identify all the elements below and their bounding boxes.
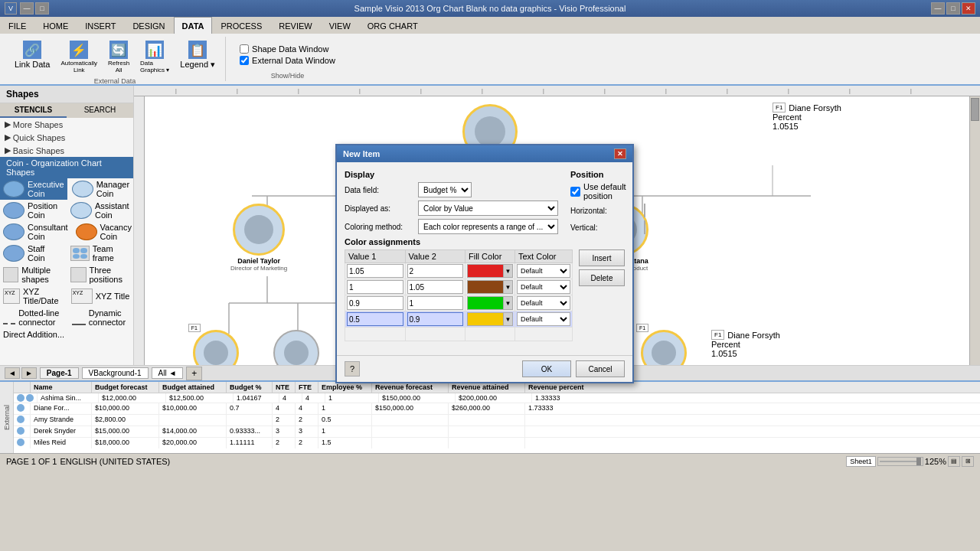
link-data-btn[interactable]: 🔗 Link Data <box>11 38 54 71</box>
help-button[interactable]: ? <box>345 361 360 377</box>
fill-color-row4[interactable]: ▼ <box>467 312 513 326</box>
multiple-shapes-icon <box>3 267 18 282</box>
tab-review[interactable]: REVIEW <box>270 17 320 34</box>
window-minimize-btn[interactable]: — <box>931 2 945 15</box>
displayed-as-select[interactable]: Color by Value <box>418 201 558 216</box>
sidebar-basic-shapes[interactable]: ▶ Basic Shapes <box>0 144 133 157</box>
legend-icon: 📋 <box>188 41 207 59</box>
cancel-button[interactable]: Cancel <box>576 360 625 377</box>
cell-ashima-budget-attained: $12,500.00 <box>166 393 234 403</box>
external-data-window-checkbox[interactable] <box>240 56 249 65</box>
sidebar-item-xyz-title[interactable]: XYZ XYZ Title <box>68 285 133 307</box>
view-btn-2[interactable]: ⊞ <box>962 456 974 467</box>
ribbon-group-show-hide: Shape Data Window External Data Window S… <box>234 37 341 81</box>
insert-button[interactable]: Insert <box>579 249 625 266</box>
scrollbar-vertical[interactable] <box>969 96 980 365</box>
sidebar-item-multiple-shapes[interactable]: Multiple shapes <box>0 264 66 285</box>
window-close-btn[interactable]: ✕ <box>962 2 975 15</box>
delete-button[interactable]: Delete <box>579 269 625 286</box>
tab-stencils[interactable]: STENCILS <box>0 103 67 118</box>
tab-insert[interactable]: INSERT <box>77 17 124 34</box>
refresh-btn[interactable]: 🔄 RefreshAll <box>104 38 133 76</box>
xyz-title-date-label: XYZ Title/Date <box>23 287 64 305</box>
val1-row2[interactable] <box>347 280 403 294</box>
page-tab-all[interactable]: All ◄ <box>152 367 184 379</box>
fill-color-row1[interactable]: ▼ <box>467 264 513 278</box>
legend-btn[interactable]: 📋 Legend ▾ <box>176 38 219 72</box>
col-header-fill-color: Fill Color <box>466 250 515 263</box>
use-default-position-checkbox[interactable] <box>570 187 580 197</box>
tab-design[interactable]: DESIGN <box>124 17 173 34</box>
prev-page-btn[interactable]: ◄ <box>5 367 20 379</box>
page-info: PAGE 1 OF 1 <box>6 457 57 466</box>
val1-row1[interactable] <box>347 264 403 278</box>
next-page-btn[interactable]: ► <box>21 367 37 379</box>
val1-row3[interactable] <box>347 296 403 310</box>
data-field-select[interactable]: Budget % <box>418 182 472 197</box>
val2-row4[interactable] <box>407 312 464 326</box>
auto-link-btn[interactable]: ⚡ AutomaticallyLink <box>57 38 101 76</box>
external-data-window-check-item[interactable]: External Data Window <box>240 56 335 65</box>
val2-row1[interactable] <box>407 264 464 278</box>
row-icon-amy <box>14 415 31 425</box>
sidebar-item-dotted-connector[interactable]: Dotted-line connector <box>0 307 67 328</box>
sidebar-item-manager-coin[interactable]: Manager Coin <box>69 178 133 200</box>
fill-color-row3[interactable]: ▼ <box>467 296 513 310</box>
sidebar-coin-section[interactable]: Coin - Organization Chart Shapes <box>0 157 133 178</box>
sidebar-item-consultant-coin[interactable]: Consultant Coin <box>0 221 71 243</box>
sidebar-item-dynamic-connector[interactable]: Dynamic connector <box>69 307 134 328</box>
val2-row2[interactable] <box>407 280 464 294</box>
tab-view[interactable]: VIEW <box>321 17 359 34</box>
scrollbar-thumb[interactable] <box>971 98 979 121</box>
view-btn-1[interactable]: ▤ <box>948 456 960 467</box>
sidebar-item-position-coin[interactable]: Position Coin <box>0 200 66 221</box>
link-data-label: Link Data <box>15 60 50 69</box>
sidebar-item-executive-coin[interactable]: ExecutiveCoin <box>0 178 67 200</box>
ok-button[interactable]: OK <box>522 360 571 377</box>
text-color-row4[interactable]: Default <box>517 312 570 326</box>
text-color-row1[interactable]: Default <box>517 264 570 278</box>
sidebar-item-xyz-title-date[interactable]: XYZ XYZ Title/Date <box>0 285 67 307</box>
zoom-slider[interactable] <box>877 457 923 466</box>
sidebar-item-three-positions[interactable]: Three positions <box>67 264 133 285</box>
add-page-btn[interactable]: + <box>186 367 202 380</box>
tab-search[interactable]: SEARCH <box>67 103 133 118</box>
sidebar-quick-shapes[interactable]: ▶ Quick Shapes <box>0 131 133 144</box>
cell-miles-rev-forecast <box>372 438 449 448</box>
fill-color-row2[interactable]: ▼ <box>467 280 513 294</box>
tab-file[interactable]: FILE <box>0 17 34 34</box>
fill-swatch-row2 <box>468 281 503 293</box>
window-maximize-btn[interactable]: □ <box>946 2 960 15</box>
col-header-text-color: Text Color <box>515 250 573 263</box>
dialog-close-button[interactable]: ✕ <box>614 148 626 159</box>
vertical-row: Vertical: <box>570 220 645 234</box>
sidebar-item-direct-addition[interactable]: Direct Addition... <box>0 328 133 341</box>
minimize-btn[interactable]: — <box>20 2 34 15</box>
sidebar-item-staff-coin[interactable]: Staff Coin <box>0 243 66 264</box>
tab-process[interactable]: PROCESS <box>212 17 270 34</box>
shape-data-window-check-item[interactable]: Shape Data Window <box>240 44 335 54</box>
restore-btn[interactable]: □ <box>35 2 49 15</box>
sidebar-item-vacancy-coin[interactable]: Vacancy Coin <box>73 221 134 243</box>
data-graphics-btn[interactable]: 📊 DataGraphics ▾ <box>136 38 173 76</box>
text-color-row2[interactable]: Default <box>517 280 570 294</box>
page-tab-vbackground[interactable]: VBackground-1 <box>82 367 149 379</box>
page-tab-1[interactable]: Page-1 <box>40 367 79 379</box>
tab-home[interactable]: HOME <box>34 17 77 34</box>
quick-shapes-arrow: ▶ <box>5 132 11 142</box>
col-rev-pct: Revenue percent <box>525 382 593 393</box>
sheet-tab[interactable]: Sheet1 <box>846 456 876 467</box>
text-color-row3[interactable]: Default <box>517 296 570 310</box>
shape-data-window-checkbox[interactable] <box>240 44 249 54</box>
coloring-method-select[interactable]: Each color represents a range of ... <box>418 219 558 234</box>
tab-org-chart[interactable]: ORG CHART <box>359 17 426 34</box>
horizontal-row: Horizontal: <box>570 204 645 217</box>
val2-row3[interactable] <box>407 296 464 310</box>
sidebar-item-team-frame[interactable]: Team frame <box>67 243 133 264</box>
external-label: External <box>3 405 11 430</box>
sidebar-more-shapes[interactable]: ▶ More Shapes <box>0 118 133 131</box>
tab-data[interactable]: DATA <box>174 17 213 34</box>
val1-row4[interactable] <box>347 312 403 326</box>
coin-section-label: Coin - Organization Chart Shapes <box>6 158 127 177</box>
sidebar-item-assistant-coin[interactable]: Assistant Coin <box>67 200 133 221</box>
